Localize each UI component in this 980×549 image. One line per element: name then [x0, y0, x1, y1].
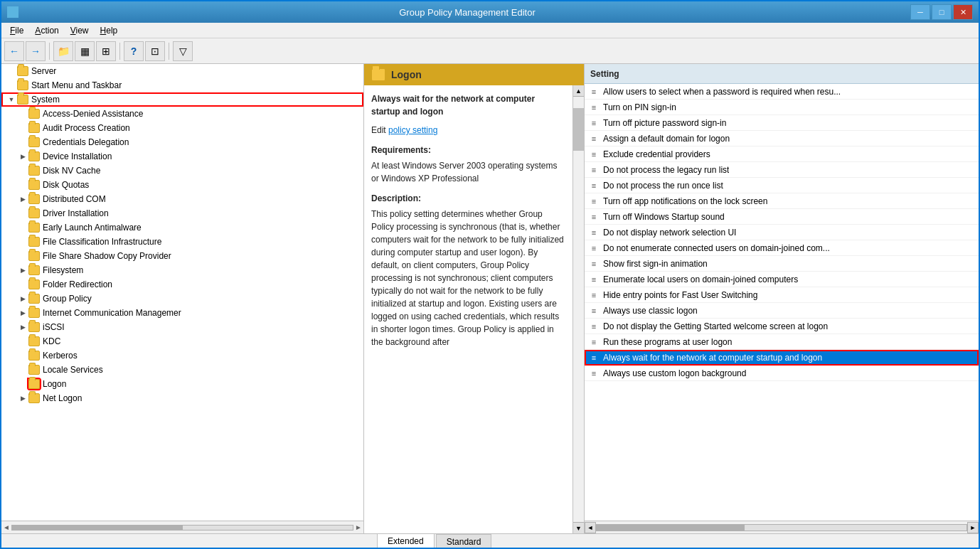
setting-icon-s17: ≡ — [589, 337, 599, 347]
close-button[interactable]: ✕ — [953, 4, 973, 20]
folder-icon-file-share — [28, 251, 40, 261]
setting-item-s1[interactable]: ≡Allow users to select when a password i… — [585, 84, 979, 100]
settings-list[interactable]: ≡Allow users to select when a password i… — [585, 84, 979, 521]
setting-item-s2[interactable]: ≡Turn on PIN sign-in — [585, 100, 979, 115]
properties-button[interactable]: ⊡ — [145, 41, 165, 61]
folder-icon-early-launch — [28, 223, 40, 233]
setting-icon-s12: ≡ — [589, 259, 599, 269]
tree-item-disk-nv[interactable]: Disk NV Cache — [1, 164, 363, 178]
setting-label-s11: Do not enumerate connected users on doma… — [603, 243, 830, 253]
setting-item-s16[interactable]: ≡Do not display the Getting Started welc… — [585, 319, 979, 334]
tree-item-audit-process[interactable]: Audit Process Creation — [1, 121, 363, 135]
folder-icon-server — [17, 66, 28, 76]
tree-item-internet-comm[interactable]: ▶Internet Communication Managemer — [1, 306, 363, 320]
hscroll-right-button[interactable]: ► — [967, 522, 979, 533]
setting-item-s3[interactable]: ≡Turn off picture password sign-in — [585, 115, 979, 131]
tree-arrow-group-policy[interactable]: ▶ — [18, 294, 27, 303]
hscroll-track[interactable] — [596, 524, 967, 531]
tree-arrow-net-logon[interactable]: ▶ — [18, 394, 27, 403]
tree-arrow-internet-comm[interactable]: ▶ — [18, 309, 27, 317]
tree-item-credentials[interactable]: Credentials Delegation — [1, 135, 363, 149]
setting-item-s12[interactable]: ≡Show first sign-in animation — [585, 256, 979, 272]
show-hide-button[interactable]: ▦ — [75, 41, 95, 61]
tree-horizontal-scrollbar[interactable]: ◄ ► — [1, 521, 363, 533]
filter-button[interactable]: ▽ — [173, 41, 193, 61]
folder-icon-file-class — [28, 237, 40, 247]
tab-extended[interactable]: Extended — [377, 533, 435, 549]
setting-item-s11[interactable]: ≡Do not enumerate connected users on dom… — [585, 240, 979, 256]
folder-button[interactable]: 📁 — [53, 41, 73, 61]
toolbar-separator-3 — [169, 43, 169, 60]
description-scrollbar-thumb[interactable] — [573, 108, 584, 151]
tree-label-group-policy: Group Policy — [43, 294, 92, 304]
tree-item-group-policy[interactable]: ▶Group Policy — [1, 292, 363, 306]
window-controls: ─ □ ✕ — [910, 4, 973, 20]
setting-item-s13[interactable]: ≡Enumerate local users on domain-joined … — [585, 272, 979, 287]
tree-item-system[interactable]: ▼System — [1, 92, 363, 107]
setting-icon-s9: ≡ — [589, 212, 599, 222]
tree-item-distributed-com[interactable]: ▶Distributed COM — [1, 192, 363, 206]
settings-horizontal-scrollbar[interactable]: ◄ ► — [585, 521, 979, 533]
tree-item-file-share[interactable]: File Share Shadow Copy Provider — [1, 249, 363, 263]
back-button[interactable]: ← — [4, 41, 24, 61]
tree-arrow-iscsi[interactable]: ▶ — [18, 323, 27, 331]
tree-item-early-launch[interactable]: Early Launch Antimalware — [1, 220, 363, 235]
setting-item-s14[interactable]: ≡Hide entry points for Fast User Switchi… — [585, 287, 979, 303]
tree-item-file-class[interactable]: File Classification Infrastructure — [1, 235, 363, 249]
tree-arrow-device-install[interactable]: ▶ — [18, 152, 27, 161]
setting-item-s6[interactable]: ≡Do not process the legacy run list — [585, 162, 979, 178]
description-label: Description: — [371, 192, 565, 205]
menu-view[interactable]: View — [65, 24, 95, 37]
toolbar: ← → 📁 ▦ ⊞ ? ⊡ ▽ — [1, 38, 979, 64]
menu-help[interactable]: Help — [95, 24, 124, 37]
tree-item-disk-quotas[interactable]: Disk Quotas — [1, 178, 363, 192]
setting-label-s18: Always wait for the network at computer … — [603, 353, 822, 363]
setting-item-s19[interactable]: ≡Always use custom logon background — [585, 366, 979, 381]
folder-icon-kerberos — [28, 351, 40, 361]
tree-arrow-system[interactable]: ▼ — [7, 95, 16, 104]
folder-icon-group-policy — [28, 294, 40, 304]
minimize-button[interactable]: ─ — [910, 4, 930, 20]
menu-file[interactable]: File — [4, 24, 29, 37]
tree-item-device-install[interactable]: ▶Device Installation — [1, 149, 363, 164]
tree-label-system: System — [31, 95, 60, 105]
setting-item-s4[interactable]: ≡Assign a default domain for logon — [585, 131, 979, 146]
tree-item-access-denied[interactable]: Access-Denied Assistance — [1, 107, 363, 121]
tree-item-logon[interactable]: Logon — [1, 377, 363, 391]
setting-item-s7[interactable]: ≡Do not process the run once list — [585, 178, 979, 193]
tree-item-filesystem[interactable]: ▶Filesystem — [1, 263, 363, 277]
edit-policy-link[interactable]: policy setting — [388, 125, 437, 135]
tree-item-server[interactable]: Server — [1, 64, 363, 78]
setting-item-s15[interactable]: ≡Always use classic logon — [585, 303, 979, 319]
menu-action[interactable]: Action — [29, 24, 64, 37]
setting-item-s17[interactable]: ≡Run these programs at user logon — [585, 334, 979, 350]
tree-label-kerberos: Kerberos — [43, 351, 78, 361]
setting-item-s9[interactable]: ≡Turn off Windows Startup sound — [585, 209, 979, 225]
tab-standard[interactable]: Standard — [436, 534, 492, 549]
tree-arrow-distributed-com[interactable]: ▶ — [18, 195, 27, 203]
setting-item-s10[interactable]: ≡Do not display network selection UI — [585, 225, 979, 240]
new-window-button[interactable]: ⊞ — [96, 41, 116, 61]
tree-item-kdc[interactable]: KDC — [1, 334, 363, 348]
description-content-area: Always wait for the network at computer … — [364, 85, 584, 533]
setting-icon-s2: ≡ — [589, 102, 599, 112]
tree-item-locale-services[interactable]: Locale Services — [1, 363, 363, 377]
tree-arrow-filesystem[interactable]: ▶ — [18, 266, 27, 274]
description-scrollbar[interactable]: ▲ ▼ — [572, 85, 584, 533]
tree-scroll-area[interactable]: ServerStart Menu and Taskbar▼SystemAcces… — [1, 64, 363, 521]
setting-icon-s7: ≡ — [589, 181, 599, 191]
tree-item-folder-redir[interactable]: Folder Redirection — [1, 277, 363, 292]
tree-item-kerberos[interactable]: Kerberos — [1, 348, 363, 363]
setting-item-s5[interactable]: ≡Exclude credential providers — [585, 146, 979, 162]
setting-item-s8[interactable]: ≡Turn off app notifications on the lock … — [585, 193, 979, 209]
forward-button[interactable]: → — [26, 41, 46, 61]
tree-item-driver-install[interactable]: Driver Installation — [1, 206, 363, 220]
help-button[interactable]: ? — [124, 41, 144, 61]
maximize-button[interactable]: □ — [932, 4, 952, 20]
tree-item-net-logon[interactable]: ▶Net Logon — [1, 391, 363, 405]
tree-item-iscsi[interactable]: ▶iSCSI — [1, 320, 363, 334]
tree-arrow-early-launch — [18, 223, 27, 232]
tree-item-start-menu[interactable]: Start Menu and Taskbar — [1, 78, 363, 92]
hscroll-left-button[interactable]: ◄ — [585, 522, 596, 533]
setting-item-s18[interactable]: ≡Always wait for the network at computer… — [585, 350, 979, 366]
